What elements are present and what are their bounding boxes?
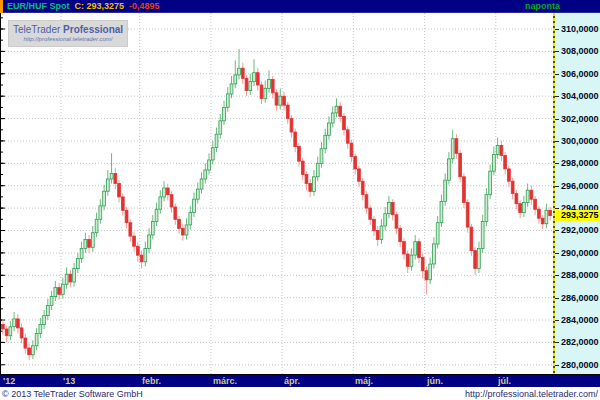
- y-axis-tick: [555, 29, 559, 30]
- y-axis-label: 302,0000: [561, 114, 599, 124]
- footer-bar: © 2013 TeleTrader Software GmbH http://p…: [0, 387, 600, 400]
- y-axis-label: 304,0000: [561, 91, 599, 101]
- y-axis-tick: [555, 365, 559, 366]
- y-axis-tick: [555, 51, 559, 52]
- x-axis-label: '12: [3, 376, 15, 386]
- y-axis-label: 298,0000: [561, 158, 599, 168]
- y-axis-label: 310,0000: [561, 24, 599, 34]
- y-axis-tick: [555, 163, 559, 164]
- x-axis-label: ápr.: [284, 376, 300, 386]
- y-axis-label: 282,0000: [561, 337, 599, 347]
- accent-bar: [0, 0, 3, 13]
- chart-canvas[interactable]: [0, 13, 553, 374]
- watermark: TeleTrader Professional http://professio…: [8, 20, 128, 47]
- watermark-brand: TeleTrader Professional: [9, 24, 127, 35]
- y-axis-tick: [555, 230, 559, 231]
- symbol-label: EUR/HUF Spot: [7, 1, 70, 11]
- y-axis-tick: [555, 186, 559, 187]
- y-axis-label: 286,0000: [561, 293, 599, 303]
- y-axis-label: 296,0000: [561, 181, 599, 191]
- x-axis-label: júl.: [498, 376, 511, 386]
- x-axis-label: máj.: [355, 376, 373, 386]
- change-label: -0,4895: [129, 1, 160, 11]
- y-axis-label: 308,0000: [561, 46, 599, 56]
- last-price-label: C: 293,3275: [75, 1, 125, 11]
- price-scale[interactable]: 293,3275 310,0000308,0000306,0000304,000…: [555, 13, 600, 374]
- teletrader-chart-window: EUR/HUF Spot C: 293,3275 -0,4895 naponta…: [0, 0, 600, 400]
- y-axis-tick: [555, 275, 559, 276]
- y-axis-tick: [555, 342, 559, 343]
- y-axis-tick: [555, 74, 559, 75]
- interval-label: naponta: [525, 1, 560, 11]
- y-axis-label: 300,0000: [561, 136, 599, 146]
- candlestick-chart[interactable]: TeleTrader Professional http://professio…: [0, 13, 553, 374]
- time-axis[interactable]: '12'13febr.márc.ápr.máj.jún.júl.: [0, 374, 600, 387]
- y-axis-label: 290,0000: [561, 248, 599, 258]
- x-axis-label: jún.: [427, 376, 443, 386]
- chart-title-bar: EUR/HUF Spot C: 293,3275 -0,4895 naponta: [0, 0, 600, 13]
- current-price-label: 293,3275: [556, 210, 600, 221]
- y-axis-tick: [555, 253, 559, 254]
- x-axis-label: febr.: [142, 376, 161, 386]
- y-axis-label: 280,0000: [561, 360, 599, 370]
- copyright-label: © 2013 TeleTrader Software GmbH: [2, 389, 143, 399]
- x-axis-label: márc.: [213, 376, 237, 386]
- y-axis-label: 306,0000: [561, 69, 599, 79]
- y-axis-tick: [555, 96, 559, 97]
- y-axis-tick: [555, 298, 559, 299]
- y-axis-tick: [555, 141, 559, 142]
- footer-url-label: http://professional.teletrader.com/: [465, 389, 598, 399]
- y-axis-label: 292,0000: [561, 225, 599, 235]
- y-axis-tick: [555, 320, 559, 321]
- y-axis-label: 288,0000: [561, 270, 599, 280]
- y-axis-label: 284,0000: [561, 315, 599, 325]
- y-axis-tick: [555, 119, 559, 120]
- watermark-url: http://professional.teletrader.com/: [9, 36, 127, 42]
- x-axis-label: '13: [63, 376, 75, 386]
